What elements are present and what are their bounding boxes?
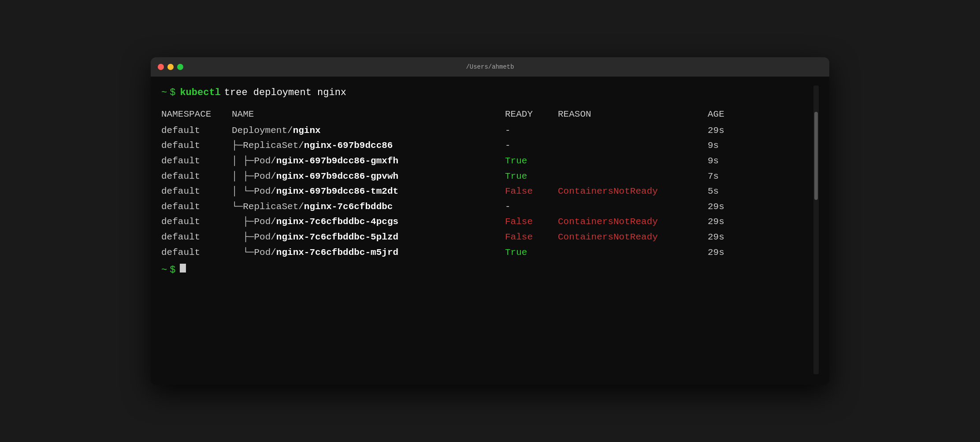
cell-namespace: default — [161, 245, 232, 261]
scrollbar-thumb[interactable] — [814, 112, 818, 200]
traffic-lights — [158, 64, 183, 70]
cell-namespace: default — [161, 199, 232, 215]
table-row: default └─ReplicaSet/nginx-7c6cfbddbc - … — [161, 199, 810, 215]
table-row: default Deployment/nginx - 29s — [161, 123, 810, 139]
cmd-kubectl: kubectl — [180, 85, 220, 100]
table-row: default │ └─Pod/nginx-697b9dcc86-tm2dt F… — [161, 184, 810, 199]
cell-ready: - — [505, 199, 558, 215]
table-row: default ├─ReplicaSet/nginx-697b9dcc86 - … — [161, 138, 810, 154]
header-reason: REASON — [558, 107, 708, 122]
cell-name: └─Pod/nginx-7c6cfbddbc-m5jrd — [232, 245, 505, 261]
cell-ready: False — [505, 230, 558, 245]
terminal-window: /Users/ahmetb ~ $ kubectl tree deploymen… — [151, 57, 829, 385]
next-prompt-tilde: ~ — [161, 265, 167, 276]
cell-ready: - — [505, 123, 558, 139]
table-row: default │ ├─Pod/nginx-697b9dcc86-gpvwh T… — [161, 169, 810, 184]
cell-name: ├─Pod/nginx-7c6cfbddbc-5plzd — [232, 230, 505, 245]
cell-age: 29s — [708, 199, 743, 215]
cell-reason: ContainersNotReady — [558, 184, 708, 199]
command-prompt-line: ~ $ kubectl tree deployment nginx — [161, 85, 810, 100]
table-row: default ├─Pod/nginx-7c6cfbddbc-4pcgs Fal… — [161, 214, 810, 230]
cell-name: │ └─Pod/nginx-697b9dcc86-tm2dt — [232, 184, 505, 199]
terminal-content: ~ $ kubectl tree deployment nginx NAMESP… — [161, 85, 810, 374]
minimize-button[interactable] — [167, 64, 174, 70]
title-bar: /Users/ahmetb — [151, 57, 829, 77]
cell-namespace: default — [161, 184, 232, 199]
maximize-button[interactable] — [177, 64, 183, 70]
cell-name: └─ReplicaSet/nginx-7c6cfbddbc — [232, 199, 505, 215]
cell-ready: True — [505, 245, 558, 261]
cell-age: 29s — [708, 123, 743, 139]
cell-namespace: default — [161, 154, 232, 169]
table-row: default └─Pod/nginx-7c6cfbddbc-m5jrd Tru… — [161, 245, 810, 261]
cell-age: 5s — [708, 184, 743, 199]
header-name: NAME — [232, 107, 505, 122]
table-row: default │ ├─Pod/nginx-697b9dcc86-gmxfh T… — [161, 154, 810, 169]
table-header-row: NAMESPACE NAME READY REASON AGE — [161, 107, 810, 122]
header-namespace: NAMESPACE — [161, 107, 232, 122]
window-title: /Users/ahmetb — [466, 63, 514, 70]
scrollbar[interactable] — [813, 85, 819, 374]
cell-age: 7s — [708, 169, 743, 184]
cmd-rest: tree deployment nginx — [224, 85, 346, 100]
cell-namespace: default — [161, 123, 232, 139]
cell-age: 29s — [708, 230, 743, 245]
cell-reason: ContainersNotReady — [558, 214, 708, 230]
cursor — [180, 264, 186, 273]
cell-age: 29s — [708, 245, 743, 261]
cell-ready: - — [505, 138, 558, 154]
close-button[interactable] — [158, 64, 164, 70]
cell-namespace: default — [161, 138, 232, 154]
header-age: AGE — [708, 107, 743, 122]
cell-name: ├─Pod/nginx-7c6cfbddbc-4pcgs — [232, 214, 505, 230]
prompt-tilde: ~ — [161, 85, 167, 100]
cell-namespace: default — [161, 169, 232, 184]
cell-age: 9s — [708, 138, 743, 154]
cell-name: ├─ReplicaSet/nginx-697b9dcc86 — [232, 138, 505, 154]
output-table: NAMESPACE NAME READY REASON AGE default … — [161, 107, 810, 260]
cell-name: │ ├─Pod/nginx-697b9dcc86-gpvwh — [232, 169, 505, 184]
cell-ready: False — [505, 184, 558, 199]
cell-ready: False — [505, 214, 558, 230]
next-prompt-dollar: $ — [170, 265, 175, 276]
cell-ready: True — [505, 169, 558, 184]
header-ready: READY — [505, 107, 558, 122]
prompt-dollar: $ — [170, 85, 175, 100]
cell-namespace: default — [161, 230, 232, 245]
next-prompt-line: ~ $ — [161, 264, 810, 276]
cell-ready: True — [505, 154, 558, 169]
cell-age: 9s — [708, 154, 743, 169]
cell-reason: ContainersNotReady — [558, 230, 708, 245]
terminal-body: ~ $ kubectl tree deployment nginx NAMESP… — [151, 77, 829, 385]
cell-name: │ ├─Pod/nginx-697b9dcc86-gmxfh — [232, 154, 505, 169]
cell-age: 29s — [708, 214, 743, 230]
table-row: default ├─Pod/nginx-7c6cfbddbc-5plzd Fal… — [161, 230, 810, 245]
cell-name: Deployment/nginx — [232, 123, 505, 139]
cell-namespace: default — [161, 214, 232, 230]
